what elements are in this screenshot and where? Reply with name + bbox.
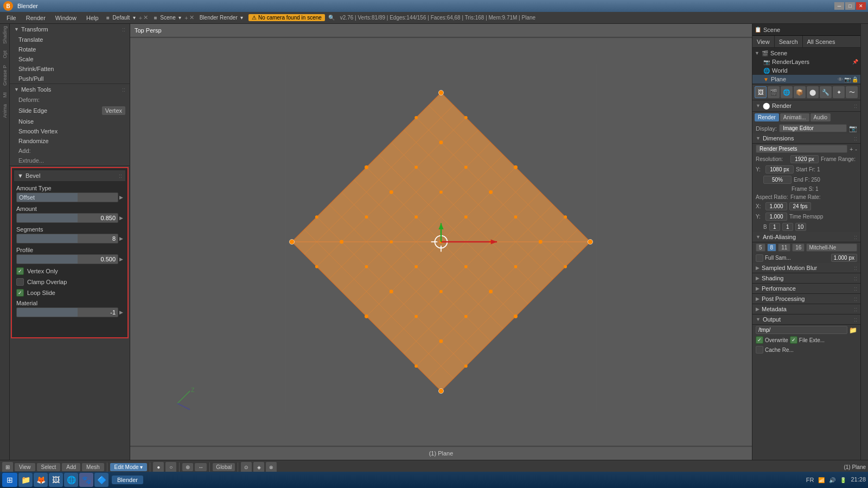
material-arrow[interactable]: ▶: [119, 310, 123, 315]
all-scenes-tab[interactable]: All Scenes: [803, 36, 840, 47]
vs-options[interactable]: Opt: [2, 50, 8, 59]
modifier-props-btn[interactable]: 🔧: [820, 86, 832, 98]
px-val[interactable]: 1.000 px: [831, 254, 857, 262]
shading-header[interactable]: ▶ Shading ::: [752, 273, 860, 284]
amount-arrow[interactable]: ▶: [119, 215, 123, 221]
cache-checkbox[interactable]: [756, 346, 763, 354]
aspect-x-input[interactable]: 1.000: [765, 202, 787, 210]
file-ext-checkbox[interactable]: ✓: [790, 336, 797, 344]
clamp-overlap-checkbox[interactable]: [16, 278, 24, 286]
scale-input[interactable]: 50%: [763, 176, 792, 184]
metadata-header[interactable]: ▶ Metadata ::: [752, 304, 860, 314]
view-menu[interactable]: View: [15, 463, 35, 471]
edit-mode-selector[interactable]: Edit Mode ▾: [110, 463, 148, 471]
resolution-y-input[interactable]: 1080 px: [765, 165, 794, 174]
dimensions-header[interactable]: ▼ Dimensions ::: [752, 133, 860, 144]
taskbar-icon-firefox[interactable]: 🦊: [34, 473, 48, 487]
taskbar-battery[interactable]: 🔋: [840, 477, 846, 483]
menu-help[interactable]: Help: [82, 14, 103, 22]
aa-8-btn[interactable]: 8: [767, 243, 777, 252]
vertex-btn[interactable]: Vertex: [102, 106, 125, 115]
renderer-selector[interactable]: Blender Render ▾: [200, 15, 244, 21]
particles-props-btn[interactable]: ✦: [833, 86, 845, 98]
scene-tree-item[interactable]: ▼ 🎬 Scene: [752, 49, 860, 57]
amount-type-input[interactable]: Offset: [16, 192, 118, 202]
scene-selector[interactable]: Scene ▾: [160, 15, 181, 21]
fps-input[interactable]: 24 fps: [789, 202, 811, 210]
rotate-item[interactable]: Rotate: [10, 44, 130, 54]
render-presets-remove[interactable]: -: [855, 146, 857, 152]
snapping-btn[interactable]: ⊗: [266, 462, 277, 473]
solid-shading-btn[interactable]: ●: [153, 462, 164, 473]
taskbar-icon-files[interactable]: 🖼: [49, 473, 63, 487]
lock-icon[interactable]: 🔒: [852, 76, 858, 82]
smooth-vertex-item[interactable]: Smooth Vertex: [10, 126, 130, 136]
scale-item[interactable]: Scale: [10, 54, 130, 64]
world-props-btn[interactable]: 🌐: [781, 86, 793, 98]
material-props-btn[interactable]: ⬤: [807, 86, 819, 98]
xray-btn[interactable]: ◈: [253, 462, 264, 473]
world-item[interactable]: 🌐 World: [752, 66, 860, 75]
shrink-fatten-item[interactable]: Shrink/Fatten: [10, 64, 130, 74]
slide-edge-item[interactable]: Slide Edge: [14, 106, 100, 115]
physics-props-btn[interactable]: 〜: [846, 86, 858, 98]
vertex-only-checkbox[interactable]: ✓: [16, 267, 24, 275]
performance-header[interactable]: ▶ Performance ::: [752, 284, 860, 294]
close-button[interactable]: ✕: [856, 2, 866, 10]
taskbar-icon-chrome[interactable]: 🌐: [64, 473, 78, 487]
pivot-btn[interactable]: ⊕: [182, 463, 193, 471]
vs-mi[interactable]: MI: [2, 92, 8, 98]
vs-shading[interactable]: Shading: [2, 26, 8, 44]
taskbar-icon-extra[interactable]: 🔷: [94, 473, 108, 487]
randomize-item[interactable]: Randomize: [10, 136, 130, 146]
start-button[interactable]: ⊞: [2, 473, 17, 487]
profile-input[interactable]: 0.500: [16, 254, 118, 264]
profile-arrow[interactable]: ▶: [119, 256, 123, 262]
view-tab[interactable]: View: [752, 36, 775, 47]
taskbar-blender-window[interactable]: Blender: [112, 476, 143, 484]
c-input[interactable]: 1: [782, 223, 793, 231]
output-path-input[interactable]: /tmp/: [756, 326, 847, 334]
output-header[interactable]: ▼ Output ::: [752, 314, 860, 325]
motion-blur-header[interactable]: ▶ Sampled Motion Blur ::: [752, 263, 860, 273]
display-selector[interactable]: Image Editor: [779, 124, 847, 132]
aa-5-btn[interactable]: 5: [756, 243, 765, 252]
output-folder-icon[interactable]: 📁: [849, 326, 857, 334]
full-sam-checkbox[interactable]: [756, 254, 763, 262]
aa-11-btn[interactable]: 11: [778, 243, 790, 252]
mesh-menu[interactable]: Mesh: [82, 463, 104, 471]
amount-input[interactable]: 0.850: [16, 213, 118, 223]
maximize-button[interactable]: □: [845, 2, 855, 10]
menu-file[interactable]: File: [2, 14, 21, 22]
select-menu[interactable]: Select: [37, 463, 61, 471]
menu-render[interactable]: Render: [22, 14, 50, 22]
animati-tab[interactable]: Animati...: [780, 113, 809, 121]
resolution-x-input[interactable]: 1920 px: [790, 155, 819, 163]
viewport[interactable]: Top Persp: [130, 24, 752, 460]
manipulator-btn[interactable]: ↔: [195, 463, 207, 471]
taskbar-network[interactable]: 📶: [818, 477, 825, 483]
render-presets-add[interactable]: +: [850, 146, 853, 152]
material-input[interactable]: -1: [16, 307, 118, 317]
screen-layout[interactable]: Default ▾: [113, 15, 136, 21]
bevel-header[interactable]: ▼ Bevel ::: [14, 170, 125, 181]
minimize-button[interactable]: ─: [834, 2, 844, 10]
vs-anim[interactable]: Anima: [2, 104, 8, 118]
render-props-btn[interactable]: 🖼: [755, 86, 767, 98]
overlay-btn[interactable]: ⊙: [241, 462, 252, 473]
taskbar-volume[interactable]: 🔊: [829, 477, 835, 483]
b-input[interactable]: 1: [769, 223, 780, 231]
translate-item[interactable]: Translate: [10, 35, 130, 44]
aspect-y-input[interactable]: 1.000: [765, 213, 787, 221]
global-local-selector[interactable]: Global: [213, 463, 235, 471]
aa-16-btn[interactable]: 16: [792, 243, 805, 252]
post-processing-header[interactable]: ▶ Post Processing ::: [752, 294, 860, 304]
extrude-item[interactable]: Extrude...: [10, 156, 130, 165]
render-layers-item[interactable]: 📷 RenderLayers 📌: [752, 57, 860, 66]
render-section-header[interactable]: ▼ ⬤ Render ::: [752, 100, 860, 112]
mesh-tools-header[interactable]: ▼ Mesh Tools ::: [10, 84, 130, 95]
render-presets-selector[interactable]: Render Presets: [756, 145, 847, 153]
taskbar-icon-explorer[interactable]: 📁: [18, 473, 33, 487]
mitchell-btn[interactable]: Mitchell-Ne: [806, 243, 857, 252]
plane-item[interactable]: ▼ Plane 👁 📷 🔒: [752, 75, 860, 84]
